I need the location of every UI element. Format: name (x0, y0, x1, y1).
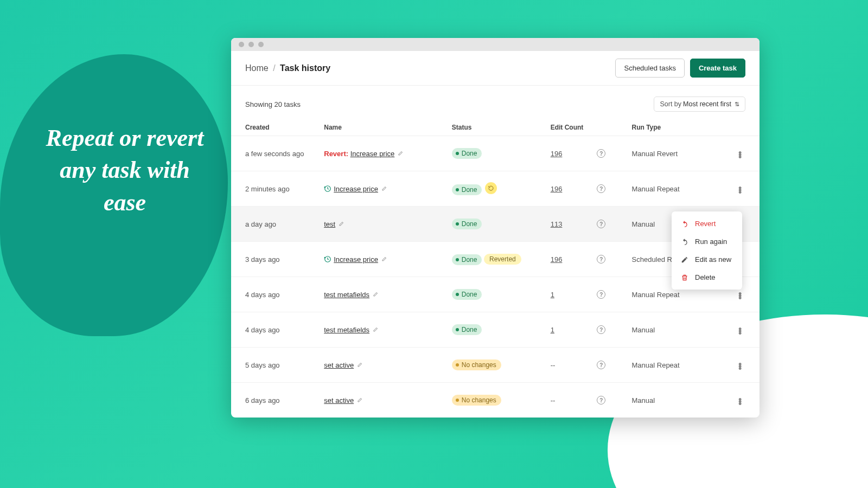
page-header: Home / Task history Scheduled tasks Crea… (231, 51, 760, 86)
status-badge: No changes (452, 359, 501, 370)
clock-icon (324, 255, 331, 263)
help-icon[interactable]: ? (597, 396, 605, 404)
row-menu-button[interactable]: ••• (730, 349, 750, 379)
col-header-edit: Edit Count (551, 119, 597, 136)
row-menu-button[interactable]: ••• (730, 173, 750, 203)
task-name-link[interactable]: test metafields (324, 326, 369, 334)
menu-item-delete[interactable]: Delete (672, 268, 742, 286)
status-badge: Done (452, 254, 482, 265)
breadcrumb-home[interactable]: Home (245, 63, 269, 73)
menu-item-run-again[interactable]: Run again (672, 233, 742, 251)
edit-count-link[interactable]: 196 (551, 255, 563, 264)
sort-caret-icon: ⇅ (735, 101, 739, 108)
breadcrumb: Home / Task history (245, 63, 330, 73)
help-icon[interactable]: ? (597, 290, 605, 299)
col-header-run: Run Type (632, 119, 731, 136)
help-icon[interactable]: ? (597, 361, 605, 369)
cell-run-type: Manual (632, 312, 731, 348)
cell-created: 4 days ago (231, 277, 324, 312)
row-actions-menu: Revert Run again Edit as new Delete (672, 211, 742, 290)
cell-created: 5 days ago (231, 348, 324, 383)
row-menu-button[interactable]: ••• (730, 314, 750, 344)
cell-created: 3 days ago (231, 242, 324, 277)
reverted-badge: Reverted (484, 254, 521, 265)
cell-created: a day ago (231, 207, 324, 242)
cell-run-type: Manual Repeat (632, 171, 731, 207)
status-badge: Done (452, 184, 482, 195)
undo-arrow-icon (680, 220, 688, 228)
task-name-link[interactable]: set active (324, 361, 354, 369)
row-menu-button[interactable]: ••• (730, 384, 750, 414)
table-row: 5 days agoset activeNo changes--?Manual … (231, 348, 760, 383)
help-icon[interactable]: ? (597, 255, 605, 264)
edit-count-empty: -- (551, 361, 556, 369)
status-badge: No changes (452, 395, 501, 406)
window-control-close[interactable] (239, 42, 244, 47)
edit-count-link[interactable]: 1 (551, 326, 554, 334)
results-count: Showing 20 tasks (245, 100, 301, 108)
menu-item-edit-as-new[interactable]: Edit as new (672, 251, 742, 268)
menu-item-revert[interactable]: Revert (672, 215, 742, 233)
edit-pencil-icon[interactable] (339, 220, 345, 228)
table-row: 2 minutes agoIncrease priceDone196?Manua… (231, 171, 760, 207)
cell-run-type: Manual Revert (632, 136, 731, 171)
clock-icon (324, 185, 331, 192)
edit-pencil-icon[interactable] (373, 326, 379, 334)
window-control-min[interactable] (248, 42, 254, 47)
content-scroll[interactable]: Showing 20 tasks Sort by Most recent fir… (231, 86, 760, 418)
edit-pencil-icon[interactable] (381, 185, 388, 193)
table-row: 6 days agoset activeNo changes--?Manual•… (231, 383, 760, 418)
help-icon[interactable]: ? (597, 220, 605, 228)
cell-run-type: Manual Repeat (632, 348, 731, 383)
create-task-button[interactable]: Create task (690, 59, 745, 78)
sort-dropdown[interactable]: Sort by Most recent first ⇅ (654, 97, 745, 112)
app-window: Home / Task history Scheduled tasks Crea… (231, 38, 760, 418)
table-row: a few seconds agoRevert: Increase priceD… (231, 136, 760, 171)
table-row: 4 days agotest metafieldsDone1?Manual••• (231, 312, 760, 348)
cell-created: 4 days ago (231, 312, 324, 348)
edit-pencil-icon[interactable] (357, 361, 363, 369)
trash-icon (680, 274, 688, 281)
col-header-created: Created (231, 119, 324, 136)
edit-pencil-icon[interactable] (398, 150, 404, 158)
edit-pencil-icon[interactable] (373, 291, 379, 299)
cell-created: 2 minutes ago (231, 171, 324, 207)
col-header-status: Status (452, 119, 551, 136)
task-name-link[interactable]: Increase price (350, 150, 395, 158)
edit-count-link[interactable]: 1 (551, 291, 554, 299)
status-badge: Done (452, 219, 482, 229)
revert-prefix: Revert: (324, 150, 348, 158)
window-control-max[interactable] (258, 42, 264, 47)
revert-history-icon[interactable] (485, 182, 497, 194)
help-icon[interactable]: ? (597, 325, 605, 334)
status-badge: Done (452, 289, 482, 300)
breadcrumb-current: Task history (280, 63, 330, 73)
pencil-icon (680, 256, 688, 264)
scheduled-tasks-button[interactable]: Scheduled tasks (615, 59, 684, 78)
edit-pencil-icon[interactable] (357, 396, 363, 404)
row-menu-button[interactable]: ••• (730, 138, 750, 168)
edit-count-link[interactable]: 113 (551, 220, 563, 228)
cell-created: 6 days ago (231, 383, 324, 418)
status-badge: Done (452, 324, 482, 335)
help-icon[interactable]: ? (597, 184, 605, 193)
edit-count-link[interactable]: 196 (551, 150, 563, 158)
hero-text: Repeat or revert any task with ease (38, 122, 212, 219)
status-badge: Done (452, 148, 482, 159)
edit-count-link[interactable]: 196 (551, 185, 563, 193)
edit-pencil-icon[interactable] (381, 255, 388, 264)
task-name-link[interactable]: Increase price (334, 185, 378, 193)
cell-created: a few seconds ago (231, 136, 324, 171)
forward-arrow-icon (680, 238, 688, 246)
col-header-name: Name (324, 119, 451, 136)
edit-count-empty: -- (551, 396, 556, 404)
task-name-link[interactable]: test metafields (324, 291, 369, 299)
window-titlebar (231, 38, 760, 51)
task-name-link[interactable]: set active (324, 396, 354, 404)
help-icon[interactable]: ? (597, 149, 605, 158)
task-name-link[interactable]: Increase price (334, 255, 378, 264)
cell-run-type: Manual (632, 383, 731, 418)
task-name-link[interactable]: test (324, 220, 335, 228)
